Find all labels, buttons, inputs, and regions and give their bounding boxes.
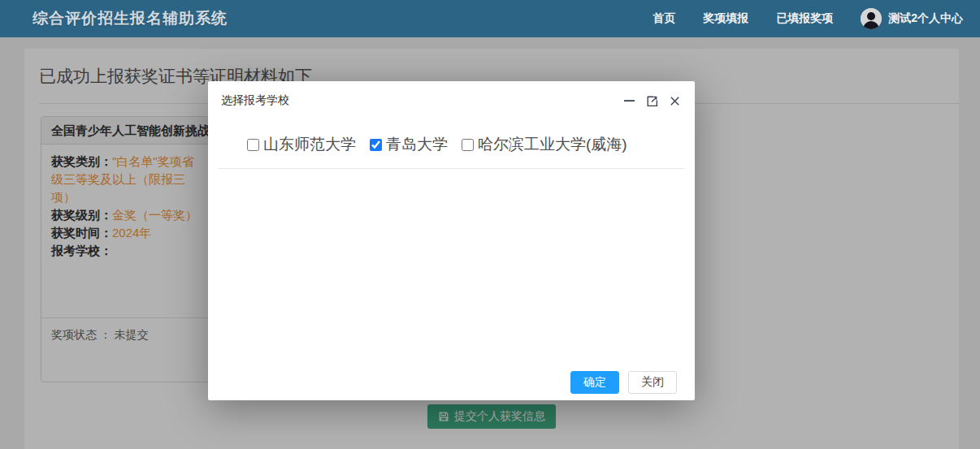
dialog-header: 选择报考学校 [208, 81, 695, 120]
navbar-menu: 首页 奖项填报 已填报奖项 测试2个人中心 [653, 8, 963, 29]
user-menu[interactable]: 测试2个人中心 [861, 8, 963, 29]
dialog-title: 选择报考学校 [221, 93, 289, 108]
school-option-label: 青岛大学 [386, 134, 448, 155]
nav-item-award-fill[interactable]: 奖项填报 [703, 11, 748, 26]
select-school-dialog: 选择报考学校 山东师范大学 [208, 81, 695, 400]
app-title: 综合评价招生报名辅助系统 [33, 8, 228, 29]
school-option-label: 山东师范大学 [263, 134, 356, 155]
window-controls [622, 94, 682, 108]
school-option-label: 哈尔滨工业大学(威海) [478, 134, 627, 155]
dialog-close-button[interactable]: 关闭 [628, 371, 677, 394]
user-avatar-icon [861, 8, 882, 29]
school-checkbox-qdu[interactable] [370, 139, 382, 151]
school-options: 山东师范大学 青岛大学 哈尔滨工业大学(威海) [208, 120, 695, 168]
options-divider [218, 168, 685, 169]
school-checkbox-hitwh[interactable] [462, 139, 474, 151]
minimize-icon[interactable] [622, 94, 636, 108]
dialog-footer: 确定 关闭 [570, 371, 677, 394]
nav-item-home[interactable]: 首页 [653, 11, 675, 26]
school-option-sdnu[interactable]: 山东师范大学 [247, 134, 356, 155]
close-icon[interactable] [668, 94, 682, 108]
school-checkbox-sdnu[interactable] [247, 139, 259, 151]
nav-item-filled-awards[interactable]: 已填报奖项 [776, 11, 833, 26]
maximize-icon[interactable] [645, 94, 659, 108]
confirm-button[interactable]: 确定 [570, 371, 619, 394]
user-center-label: 测试2个人中心 [888, 11, 963, 26]
school-option-qdu[interactable]: 青岛大学 [370, 134, 448, 155]
top-navbar: 综合评价招生报名辅助系统 首页 奖项填报 已填报奖项 测试2个人中心 [0, 0, 980, 37]
school-option-hitwh[interactable]: 哈尔滨工业大学(威海) [462, 134, 627, 155]
